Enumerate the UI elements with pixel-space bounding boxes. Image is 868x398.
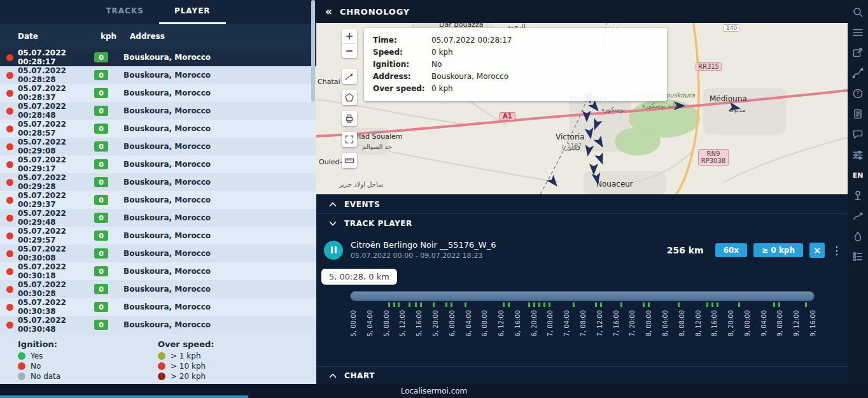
ignition-status-dot (6, 232, 13, 239)
ruler-button[interactable] (342, 153, 357, 168)
draw-polygon-button[interactable] (342, 90, 357, 105)
fullscreen-button[interactable] (342, 132, 357, 147)
row-date: 05.07.2022 00:29:28 (18, 173, 94, 191)
measure-arrow-icon (344, 71, 354, 82)
table-row[interactable]: 05.07.2022 00:29:570Bouskoura, Morocco (0, 227, 316, 245)
event-tick (415, 302, 417, 307)
timeline-labels: 5, 00:005, 04:005, 08:005, 12:005, 16:00… (350, 309, 813, 355)
table-row[interactable]: 05.07.2022 00:29:080Bouskoura, Morocco (0, 138, 316, 155)
event-tick (538, 302, 540, 307)
tooltip-value: 0 kph (431, 83, 453, 95)
row-speed-badge: 0 (94, 213, 108, 223)
row-date: 05.07.2022 00:28:37 (18, 84, 94, 102)
list-scrollbar[interactable] (311, 0, 315, 285)
footer-brand: Localisermoi.com (401, 387, 468, 395)
section-events[interactable]: EVENTS (316, 194, 848, 213)
table-row[interactable]: 05.07.2022 00:28:170Bouskoura, Morocco (0, 48, 316, 66)
table-row[interactable]: 05.07.2022 00:30:380Bouskoura, Morocco (0, 298, 316, 316)
section-events-label: EVENTS (344, 200, 380, 209)
playback-speed-button[interactable]: 60x (715, 243, 747, 257)
settings-icon[interactable] (852, 149, 864, 160)
legend-label: Yes (31, 352, 43, 360)
app-root: TRACKSPLAYER Date kph Address 05.07.2022… (0, 0, 868, 398)
timeline-label: 8, 04:00 (662, 310, 669, 337)
timeline-label: 9, 12:00 (793, 310, 800, 337)
tooltip-row: Speed:0 kph (373, 46, 658, 59)
language-switch[interactable]: EN (852, 169, 864, 181)
row-date: 05.07.2022 00:30:48 (18, 316, 94, 334)
print-button[interactable] (342, 111, 357, 126)
reports-icon[interactable] (852, 108, 864, 120)
row-address: Bouskoura, Morocco (123, 71, 211, 80)
event-tick (393, 302, 395, 307)
section-chart[interactable]: CHART (316, 366, 848, 384)
ignition-status-dot (6, 125, 13, 132)
table-row[interactable]: 05.07.2022 00:30:480Bouskoura, Morocco (0, 316, 316, 334)
table-row[interactable]: 05.07.2022 00:29:480Bouskoura, Morocco (0, 209, 316, 227)
row-address: Bouskoura, Morocco (123, 267, 211, 276)
timeline-slider[interactable] (350, 291, 815, 301)
row-date: 05.07.2022 00:29:08 (18, 138, 94, 155)
ignition-status-dot (6, 54, 13, 61)
tab-player[interactable]: PLAYER (159, 0, 226, 24)
search-icon[interactable] (852, 6, 864, 18)
measure-arrow-button[interactable] (342, 69, 357, 84)
fuel-icon[interactable] (852, 231, 864, 242)
table-row[interactable]: 05.07.2022 00:30:280Bouskoura, Morocco (0, 280, 316, 298)
map-place-label: Victoria (556, 132, 585, 141)
row-date: 05.07.2022 00:30:38 (18, 298, 94, 316)
pause-button[interactable] (324, 241, 343, 260)
row-date: 05.07.2022 00:28:48 (18, 102, 94, 120)
table-row[interactable]: 05.07.2022 00:28:280Bouskoura, Morocco (0, 66, 316, 84)
map-place-label: غابة بوسكورة (642, 102, 678, 109)
row-speed-badge: 0 (94, 266, 108, 276)
event-tick (433, 302, 435, 307)
row-address: Bouskoura, Morocco (123, 89, 211, 97)
table-row[interactable]: 05.07.2022 00:29:280Bouskoura, Morocco (0, 173, 316, 191)
event-tick (398, 302, 400, 307)
chronology-header: « CHRONOLOGY (316, 0, 848, 23)
event-tick (773, 302, 775, 307)
collapse-panel-icon[interactable]: « (325, 5, 332, 18)
menu-icon[interactable] (852, 27, 864, 38)
map-place-label: ساحل اولاد حريز (339, 181, 383, 188)
table-row[interactable]: 05.07.2022 00:28:480Bouskoura, Morocco (0, 102, 316, 120)
event-tick (595, 302, 597, 307)
more-options-icon[interactable]: ⋮ (831, 244, 839, 257)
street-view-icon[interactable] (852, 190, 864, 201)
tab-tracks[interactable]: TRACKS (90, 0, 158, 24)
speed-filter-button[interactable]: ≥ 0 kph (753, 243, 803, 257)
legend: Ignition: YesNoNo data Over speed: > 1 k… (0, 334, 316, 384)
zoom-control: + − (342, 29, 357, 58)
legend-dot-icon (18, 362, 25, 370)
legend-overspeed: Over speed: > 1 kph> 10 kph> 20 kph (158, 339, 214, 381)
scrollbar-thumb[interactable] (311, 0, 315, 102)
tooltip-value: 0 kph (431, 46, 453, 59)
table-row[interactable]: 05.07.2022 00:30:180Bouskoura, Morocco (0, 262, 316, 280)
draw-polygon-icon (344, 92, 354, 103)
close-player-button[interactable]: × (809, 243, 825, 258)
timeline-label: 9, 16:00 (809, 310, 816, 337)
language-label: EN (853, 171, 864, 180)
timeline-ticks (350, 302, 813, 308)
new-window-icon[interactable] (852, 47, 864, 59)
help-icon[interactable]: ? (852, 88, 864, 99)
legend-dot-icon (158, 362, 165, 370)
table-row[interactable]: 05.07.2022 00:28:370Bouskoura, Morocco (0, 84, 316, 102)
row-speed-badge: 0 (94, 284, 108, 294)
notifications-icon[interactable] (852, 129, 864, 140)
zoom-out-button[interactable]: − (342, 43, 357, 58)
zoom-in-button[interactable]: + (342, 29, 357, 43)
table-row[interactable]: 05.07.2022 00:29:170Bouskoura, Morocco (0, 155, 316, 173)
table-row[interactable]: 05.07.2022 00:30:080Bouskoura, Morocco (0, 245, 316, 262)
section-track-player[interactable]: TRACK PLAYER (316, 213, 848, 232)
routes-icon[interactable] (852, 68, 864, 79)
table-row[interactable]: 05.07.2022 00:29:370Bouskoura, Morocco (0, 191, 316, 209)
row-address: Bouskoura, Morocco (123, 195, 211, 204)
map[interactable]: Dar Bouazzaالرحمة192ChataiN1140Had Soual… (316, 23, 848, 194)
tasks-icon[interactable] (852, 251, 864, 262)
timeline-label: 5, 12:00 (399, 310, 406, 337)
table-row[interactable]: 05.07.2022 00:28:570Bouskoura, Morocco (0, 120, 316, 138)
timeline-label: 9, 04:00 (760, 310, 767, 337)
tracks-icon[interactable] (852, 210, 864, 222)
